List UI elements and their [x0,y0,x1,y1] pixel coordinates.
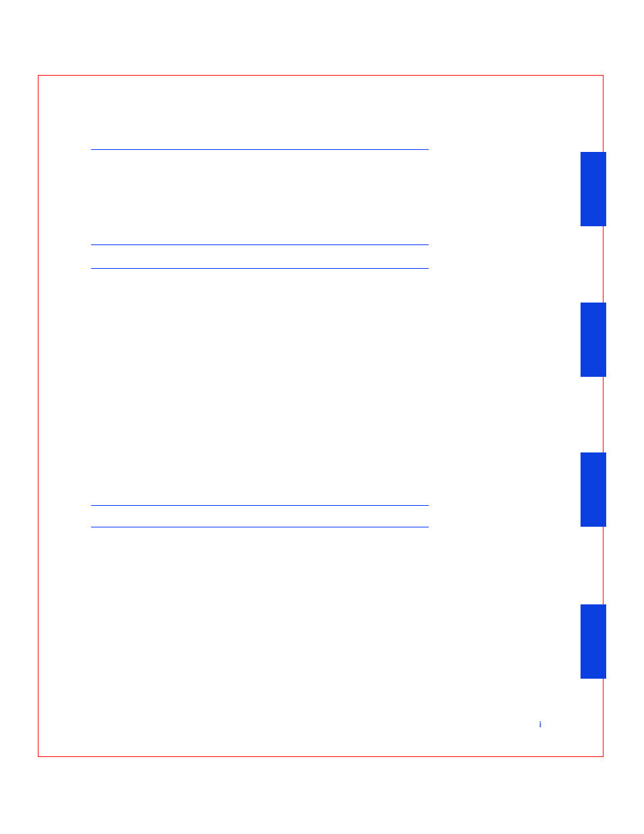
section-tab [581,152,606,226]
section-tab [581,604,606,679]
page-number: i [539,720,541,729]
horizontal-rule [91,527,429,527]
section-tab [581,303,606,377]
page-crop-border [38,75,603,757]
horizontal-rule [91,505,429,506]
horizontal-rule [91,149,429,150]
horizontal-rule [91,244,429,245]
section-tab [581,452,606,527]
horizontal-rule [91,268,429,269]
